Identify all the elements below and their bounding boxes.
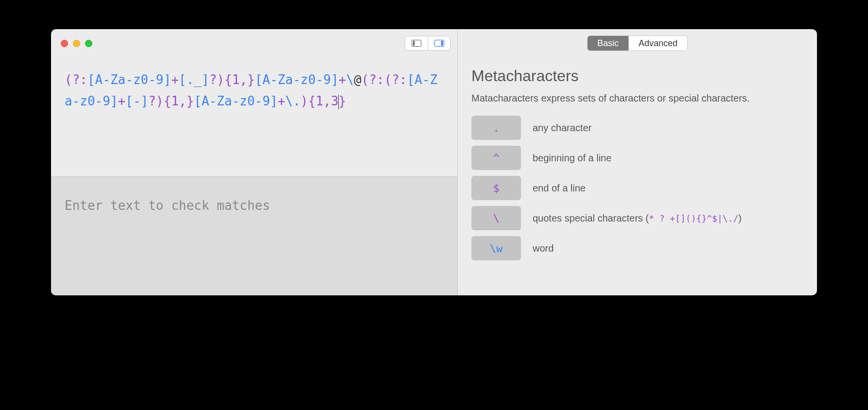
regex-token-quant: + — [118, 94, 126, 108]
regex-token-class: [-] — [125, 94, 148, 108]
regex-token-lit: @ — [354, 72, 362, 87]
sidebar-left-icon — [412, 40, 421, 47]
app-window: (?:[A-Za-z0-9]+[._]?){1,}[A-Za-z0-9]+\@(… — [51, 29, 817, 295]
metacharacter-item[interactable]: \wword — [471, 236, 803, 260]
sidebar-right-icon — [434, 40, 444, 47]
regex-token-quant: ?) — [209, 72, 224, 87]
regex-token-class: [A-Za-z0-9] — [255, 72, 338, 87]
regex-token-escape: \. — [285, 94, 300, 108]
regex-token-class: [A-Za-z0-9] — [194, 94, 278, 108]
regex-token-quant: ?) — [148, 94, 163, 108]
regex-token-group: (?:(?: — [362, 72, 407, 87]
section-desc: Matacharacters express sets of character… — [471, 92, 803, 105]
metacharacter-desc: word — [533, 242, 554, 255]
metacharacter-desc: end of a line — [533, 182, 586, 194]
close-icon[interactable] — [61, 40, 68, 47]
metacharacter-item[interactable]: \quotes special characters (* ? +[](){}^… — [471, 206, 803, 230]
view-right-button[interactable] — [428, 36, 450, 50]
regex-token: } — [339, 94, 347, 108]
regex-token-quant: {1,} — [225, 72, 255, 87]
regex-token-escape: \ — [346, 72, 354, 87]
right-pane: Basic Advanced Metacharacters Matacharac… — [458, 29, 817, 295]
titlebar — [51, 29, 457, 57]
reference-tabs: Basic Advanced — [587, 35, 688, 51]
metacharacter-desc: quotes special characters (* ? +[](){}^$… — [533, 212, 742, 224]
regex-token-quant: + — [339, 72, 347, 87]
metacharacter-chip: $ — [471, 176, 521, 200]
metacharacter-item[interactable]: ^beginning of a line — [471, 146, 803, 170]
regex-token-quant: + — [278, 94, 285, 108]
regex-input[interactable]: (?:[A-Za-z0-9]+[._]?){1,}[A-Za-z0-9]+\@(… — [51, 57, 457, 176]
reference-section: Metacharacters Matacharacters express se… — [458, 57, 817, 270]
metacharacter-chip: ^ — [471, 146, 521, 170]
view-left-button[interactable] — [405, 36, 428, 50]
regex-token-group: (?: — [65, 72, 87, 87]
regex-token-quant: {1,} — [164, 94, 194, 108]
tab-basic[interactable]: Basic — [588, 36, 628, 51]
regex-token-class: [A-Za-z0-9] — [87, 72, 171, 87]
metacharacter-item[interactable]: .any character — [471, 116, 803, 140]
regex-token-quant: + — [171, 72, 179, 87]
metacharacter-item[interactable]: $end of a line — [471, 176, 803, 200]
view-toggle — [405, 36, 451, 51]
minimize-icon[interactable] — [73, 40, 80, 47]
metacharacter-chip: \ — [471, 206, 521, 230]
tab-advanced[interactable]: Advanced — [628, 36, 687, 51]
metacharacter-list: .any character^beginning of a line$end o… — [471, 116, 803, 260]
zoom-icon[interactable] — [85, 40, 92, 47]
section-title: Metacharacters — [471, 67, 803, 85]
regex-token-class: [._] — [179, 72, 209, 87]
metacharacter-desc: any character — [533, 121, 591, 134]
regex-token-quant: {1,3 — [308, 94, 339, 108]
left-pane: (?:[A-Za-z0-9]+[._]?){1,}[A-Za-z0-9]+\@(… — [51, 29, 458, 295]
traffic-lights — [58, 40, 92, 47]
regex-token-quant: ) — [300, 94, 308, 108]
metacharacter-chip: \w — [471, 236, 521, 260]
metacharacter-chip: . — [471, 116, 521, 140]
test-placeholder: Enter text to check matches — [65, 198, 444, 213]
metacharacter-desc: beginning of a line — [533, 152, 611, 164]
right-titlebar: Basic Advanced — [458, 29, 817, 57]
test-input[interactable]: Enter text to check matches — [51, 176, 457, 295]
